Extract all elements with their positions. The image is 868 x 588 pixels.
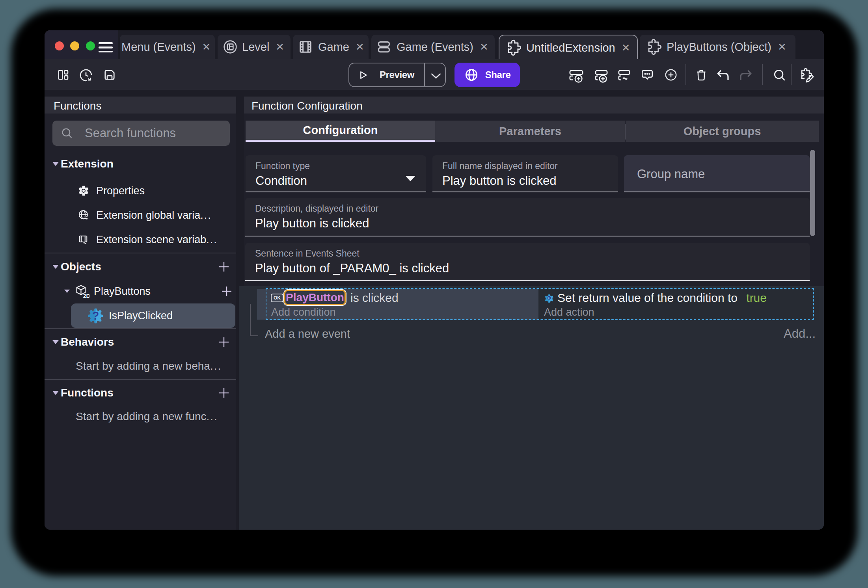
svg-text:2D: 2D (83, 293, 89, 299)
svg-text:G: G (548, 296, 551, 300)
svg-text:?: ? (92, 309, 99, 322)
